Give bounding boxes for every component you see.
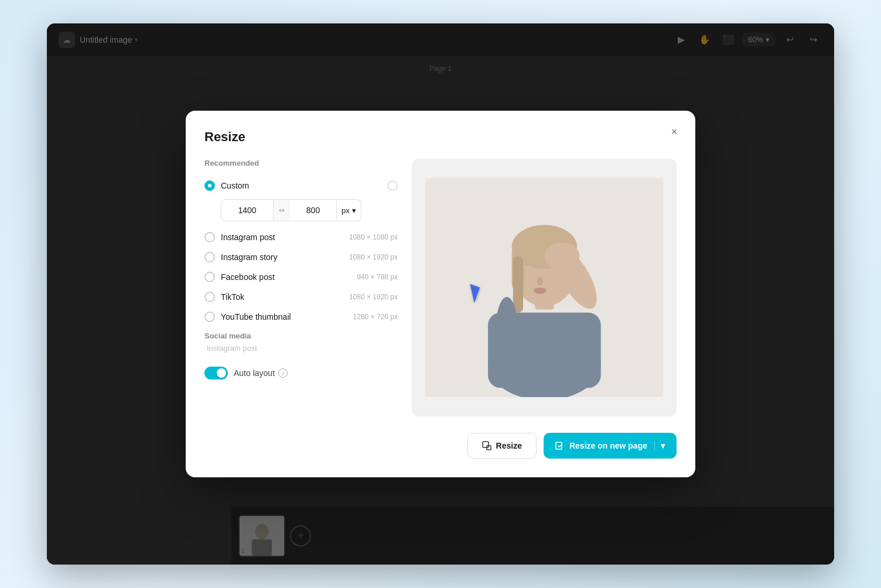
resize-options: Recommended Custom ⇔ px ▾ — [204, 159, 398, 416]
instagram-story-dims: 1080 × 1920 px — [349, 253, 398, 261]
social-sub-label: Instagram post — [204, 344, 398, 353]
radio-custom — [204, 180, 215, 191]
radio-youtube — [204, 312, 215, 322]
radio-instagram-post — [204, 232, 215, 242]
auto-layout-label: Auto layout i — [234, 368, 288, 378]
modal-footer: Resize Resize on new page ▾ — [204, 433, 677, 459]
preview-image — [425, 178, 664, 397]
svg-rect-14 — [549, 247, 555, 258]
recommended-label: Recommended — [204, 159, 398, 167]
svg-point-19 — [495, 297, 518, 366]
svg-point-20 — [537, 277, 543, 286]
preview-area — [412, 159, 677, 416]
resize-new-page-button[interactable]: Resize on new page ▾ — [544, 433, 677, 459]
resize-new-page-label: Resize on new page — [569, 441, 647, 450]
info-text: i — [282, 370, 284, 377]
custom-label: Custom — [221, 181, 381, 190]
instagram-story-label: Instagram story — [221, 252, 343, 262]
modal-title: Resize — [204, 129, 677, 145]
youtube-dims: 1280 × 720 px — [353, 313, 398, 321]
new-page-chevron[interactable]: ▾ — [654, 441, 665, 450]
app-window: ☁ Untitled image ▾ ▶ ✋ ⬛ 60% ▾ ↩ ↪ Pure … — [47, 23, 834, 565]
radio-facebook-post — [204, 272, 215, 282]
unit-dropdown[interactable]: px ▾ — [337, 199, 361, 221]
svg-rect-15 — [555, 245, 561, 257]
option-youtube-thumbnail[interactable]: YouTube thumbnail 1280 × 720 px — [204, 307, 398, 327]
option-instagram-story[interactable]: Instagram story 1080 × 1920 px — [204, 247, 398, 267]
facebook-post-label: Facebook post — [221, 272, 351, 282]
auto-layout-toggle[interactable] — [204, 367, 228, 380]
tiktok-label: TikTok — [221, 292, 343, 302]
svg-rect-16 — [562, 244, 567, 258]
social-media-section: Social media Instagram post — [204, 331, 398, 353]
modal-overlay: × Resize Recommended Custom — [47, 23, 834, 565]
svg-rect-11 — [513, 256, 523, 312]
instagram-post-dims: 1080 × 1080 px — [349, 233, 398, 241]
option-custom[interactable]: Custom — [204, 176, 398, 196]
resize-modal: × Resize Recommended Custom — [186, 111, 695, 477]
dimension-row: ⇔ px ▾ — [221, 199, 398, 221]
option-facebook-post[interactable]: Facebook post 940 × 788 px — [204, 267, 398, 287]
option-tiktok[interactable]: TikTok 1080 × 1920 px — [204, 287, 398, 307]
option-instagram-post[interactable]: Instagram post 1080 × 1080 px — [204, 227, 398, 247]
svg-rect-18 — [573, 249, 577, 259]
resize-new-icon — [555, 441, 565, 450]
width-input[interactable] — [221, 199, 274, 221]
facebook-post-dims: 940 × 788 px — [357, 273, 398, 281]
unit-chevron: ▾ — [352, 206, 356, 215]
close-button[interactable]: × — [665, 122, 684, 141]
height-input[interactable] — [290, 199, 337, 221]
svg-rect-22 — [483, 442, 489, 447]
svg-point-21 — [534, 288, 546, 294]
resize-label: Resize — [496, 441, 522, 450]
auto-layout-text: Auto layout — [234, 368, 275, 378]
instagram-post-label: Instagram post — [221, 233, 343, 242]
auto-layout-row: Auto layout i — [204, 367, 398, 380]
close-icon: × — [671, 126, 678, 138]
social-media-label: Social media — [204, 331, 398, 340]
resize-button[interactable]: Resize — [467, 433, 537, 459]
svg-rect-17 — [568, 245, 573, 257]
radio-custom-right — [387, 180, 398, 191]
unit-value: px — [342, 206, 350, 215]
person-illustration — [425, 178, 664, 397]
radio-tiktok — [204, 292, 215, 302]
radio-instagram-story — [204, 252, 215, 262]
modal-body: Recommended Custom ⇔ px ▾ — [204, 159, 677, 416]
info-icon[interactable]: i — [278, 368, 288, 378]
tiktok-dims: 1080 × 1920 px — [349, 293, 398, 301]
youtube-label: YouTube thumbnail — [221, 312, 347, 322]
link-icon: ⇔ — [274, 199, 290, 221]
resize-icon — [482, 441, 491, 450]
